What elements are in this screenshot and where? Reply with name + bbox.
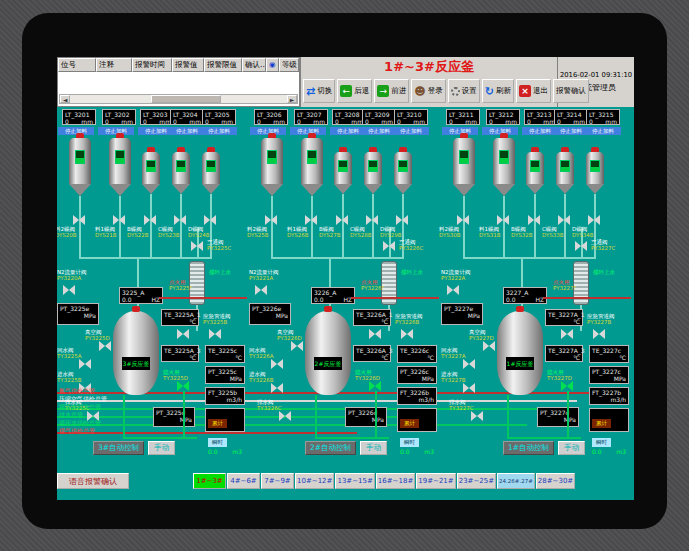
return-valve[interactable]	[271, 359, 283, 369]
temperature-display[interactable]: TE_3227A_1 ℃	[545, 309, 583, 326]
totalizer-display[interactable]: 累计瞬时 0.0m3	[397, 408, 437, 432]
level-display[interactable]: LT_3211 0mm	[446, 109, 480, 125]
level-display[interactable]: LT_3204 0mm	[170, 109, 204, 125]
instant-button[interactable]: 瞬时	[400, 438, 419, 447]
page-button-2[interactable]: 7#~9#	[261, 473, 294, 489]
temperature-display[interactable]: TE_3225A_1 ℃	[161, 309, 199, 326]
butterfly-valve[interactable]	[558, 215, 570, 225]
three-way-valve[interactable]	[575, 241, 587, 251]
butterfly-valve[interactable]	[588, 215, 600, 225]
flow-display[interactable]: FT_3226b m3/h	[397, 387, 437, 405]
butterfly-valve[interactable]	[73, 215, 85, 225]
butterfly-valve[interactable]	[113, 215, 125, 225]
flow-display[interactable]: FT_3225b m3/h	[205, 387, 245, 405]
drain-valve[interactable]	[279, 411, 291, 421]
level-display[interactable]: LT_3214 0mm	[554, 109, 588, 125]
alarm-table-scrollbar[interactable]: ◄ ►	[59, 94, 298, 104]
page-button-3[interactable]: 10#~12#	[295, 473, 334, 489]
temperature-display[interactable]: TE_3227c ℃	[589, 345, 629, 363]
butterfly-valve[interactable]	[174, 215, 186, 225]
condense-valve[interactable]	[177, 329, 189, 339]
butterfly-valve[interactable]	[528, 215, 540, 225]
condense-valve[interactable]	[561, 329, 573, 339]
instant-button[interactable]: 瞬时	[592, 438, 611, 447]
pressure-display[interactable]: PT_3226e MPa	[249, 303, 291, 325]
drain-valve[interactable]	[471, 411, 483, 421]
reactor-vessel[interactable]: 1#反应釜	[497, 311, 543, 395]
page-button-7[interactable]: 23#~25#	[457, 473, 496, 489]
butterfly-valve[interactable]	[457, 215, 469, 225]
login-button[interactable]: ☻ 登录	[411, 79, 445, 103]
vacuum-valve[interactable]	[291, 341, 303, 351]
butterfly-valve[interactable]	[336, 215, 348, 225]
manual-button-3[interactable]: 手动	[148, 441, 175, 455]
butterfly-valve[interactable]	[144, 215, 156, 225]
forward-button[interactable]: → 前进	[374, 79, 409, 103]
extinguish-valve[interactable]	[369, 381, 381, 391]
total-button[interactable]: 累计	[592, 419, 611, 428]
scroll-right-icon[interactable]: ►	[287, 95, 297, 103]
inlet-valve[interactable]	[463, 383, 475, 393]
page-button-1[interactable]: 4#~6#	[227, 473, 260, 489]
page-button-9[interactable]: 28#~30#	[536, 473, 575, 489]
level-display[interactable]: LT_3201 0mm	[62, 109, 96, 125]
totalizer-display[interactable]: 累计瞬时 0.0m3	[589, 408, 629, 432]
voice-alarm-confirm-button[interactable]: 语音报警确认	[57, 473, 129, 489]
reactor-vessel[interactable]: 2#反应釜	[305, 311, 351, 395]
temperature-display[interactable]: TE_3227A_3 ℃	[545, 345, 583, 362]
reactor-vessel[interactable]: 3#反应釜	[113, 311, 159, 395]
level-display[interactable]: LT_3206 0mm	[254, 109, 288, 125]
level-display[interactable]: LT_3210 0mm	[394, 109, 428, 125]
page-button-4[interactable]: 13#~15#	[335, 473, 374, 489]
butterfly-valve[interactable]	[265, 215, 277, 225]
refresh-button[interactable]: ↻ 刷新	[482, 79, 514, 103]
pressure-display[interactable]: PT_3226c MPa	[397, 366, 437, 384]
temperature-display[interactable]: TE_3226A_1 ℃	[353, 309, 391, 326]
page-button-5[interactable]: 16#~18#	[376, 473, 415, 489]
total-button[interactable]: 累计	[400, 419, 419, 428]
temperature-display[interactable]: TE_3225A_3 ℃	[161, 345, 199, 362]
temperature-display[interactable]: TE_3226A_3 ℃	[353, 345, 391, 362]
instant-button[interactable]: 瞬时	[208, 438, 227, 447]
pressure-display[interactable]: PT_3227c MPa	[589, 366, 629, 384]
page-button-0[interactable]: 1#~3#	[193, 473, 226, 489]
extinguish-valve[interactable]	[561, 381, 573, 391]
three-way-valve[interactable]	[191, 241, 203, 251]
auto-control-button-2[interactable]: 2#自动控制	[305, 441, 356, 455]
settings-button[interactable]: 设置	[448, 79, 480, 103]
pressure-display[interactable]: PT_3225e MPa	[57, 303, 99, 325]
emergency-pipe-valve[interactable]	[593, 329, 605, 339]
scroll-left-icon[interactable]: ◄	[60, 95, 70, 103]
level-display[interactable]: LT_3215 0mm	[586, 109, 620, 125]
temperature-display[interactable]: TE_3226c ℃	[397, 345, 437, 363]
emergency-pipe-valve[interactable]	[401, 329, 413, 339]
return-valve[interactable]	[463, 359, 475, 369]
agitator-display[interactable]: 3226_A 0.0HZ	[311, 287, 355, 304]
flow-display[interactable]: FT_3227b m3/h	[589, 387, 629, 405]
manual-button-2[interactable]: 手动	[360, 441, 387, 455]
level-display[interactable]: LT_3212 0mm	[486, 109, 520, 125]
alarm-confirm-button[interactable]: 报警确认	[553, 79, 589, 103]
level-display[interactable]: LT_3213 0mm	[524, 109, 558, 125]
three-way-valve[interactable]	[383, 241, 395, 251]
page-button-8[interactable]: 24.26#.27#	[497, 473, 535, 489]
pressure-display[interactable]: PT_3225d MPa	[153, 407, 195, 427]
agitator-display[interactable]: 3227_A 0.0HZ	[503, 287, 547, 304]
switch-button[interactable]: ⇄ 切换	[303, 79, 335, 103]
butterfly-valve[interactable]	[204, 215, 216, 225]
level-display[interactable]: LT_3209 0mm	[362, 109, 396, 125]
vacuum-valve[interactable]	[99, 341, 111, 351]
extinguish-valve[interactable]	[177, 381, 189, 391]
scroll-thumb[interactable]	[151, 95, 221, 103]
pressure-display[interactable]: PT_3227d MPa	[537, 407, 579, 427]
n2-flow-valve[interactable]	[63, 285, 75, 295]
level-display[interactable]: LT_3202 0mm	[102, 109, 136, 125]
back-button[interactable]: ← 后退	[337, 79, 372, 103]
n2-flow-valve[interactable]	[255, 285, 267, 295]
level-display[interactable]: LT_3205 0mm	[202, 109, 236, 125]
level-display[interactable]: LT_3208 0mm	[332, 109, 366, 125]
butterfly-valve[interactable]	[366, 215, 378, 225]
pressure-display[interactable]: PT_3225c MPa	[205, 366, 245, 384]
butterfly-valve[interactable]	[497, 215, 509, 225]
butterfly-valve[interactable]	[305, 215, 317, 225]
